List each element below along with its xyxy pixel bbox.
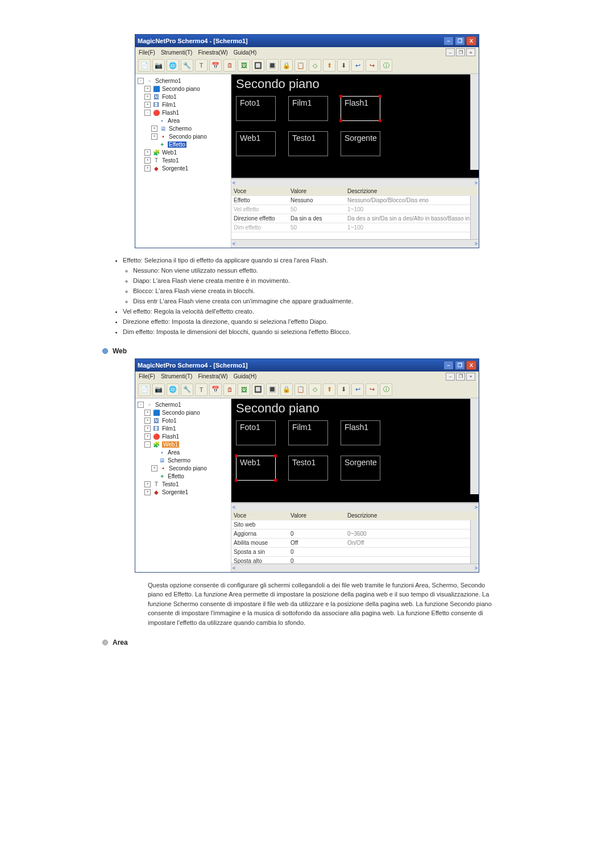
tree-item[interactable]: +•Secondo piano (138, 465, 229, 473)
doc-close-button[interactable]: × (466, 48, 475, 56)
scroll-left-icon[interactable]: < (233, 504, 235, 510)
canvas-thumb[interactable]: Film1 (288, 96, 328, 121)
menu-tools[interactable]: Strumenti(T) (161, 373, 193, 379)
tree-expand-icon[interactable]: + (144, 165, 151, 172)
tree-item[interactable]: +🎞Film1 (138, 101, 229, 108)
toolbar-button[interactable]: 📄 (138, 383, 151, 396)
toolbar-button[interactable]: 📅 (209, 383, 222, 396)
scroll-left-icon[interactable]: < (233, 241, 235, 247)
tree-item[interactable]: ▪Area (138, 449, 229, 457)
canvas[interactable]: Secondo piano Foto1Film1Flash1Web1Testo1… (231, 74, 479, 178)
toolbar-button[interactable]: T (195, 59, 208, 72)
tree-item[interactable]: ▪Area (138, 116, 229, 124)
toolbar-button[interactable]: 🗓 (223, 59, 236, 72)
doc-minimize-button[interactable]: – (446, 48, 455, 56)
doc-maximize-button[interactable]: ❐ (456, 48, 465, 56)
toolbar-button[interactable]: 🔒 (280, 59, 293, 72)
scroll-right-icon[interactable]: > (475, 565, 478, 571)
props-row[interactable]: Sposta a sin0 (231, 548, 479, 557)
toolbar-button[interactable]: ⬇ (337, 59, 350, 72)
canvas-thumb[interactable]: Foto1 (236, 96, 276, 121)
toolbar-button[interactable]: ⬆ (323, 383, 335, 396)
window-minimize-button[interactable]: – (443, 36, 454, 45)
toolbar-button[interactable]: ↩ (351, 383, 364, 396)
toolbar-button[interactable]: ⬇ (337, 383, 350, 396)
tree-item[interactable]: 🖥Schermo (138, 457, 229, 465)
canvas-thumb[interactable]: Flash1 (341, 96, 380, 121)
menu-tools[interactable]: Strumenti(T) (161, 49, 193, 56)
canvas-thumb[interactable]: Sorgente (341, 456, 380, 481)
tree-expand-icon[interactable]: - (138, 78, 144, 84)
props-row[interactable]: Aggiorna00~3600 (231, 529, 479, 539)
props-row[interactable]: Direzione effettoDa sin a desDa des a si… (231, 214, 479, 223)
doc-close-button[interactable]: × (466, 373, 475, 381)
toolbar-button[interactable]: ◇ (309, 383, 321, 396)
tree-item[interactable]: +🟦Secondo piano (138, 409, 229, 417)
scroll-right-icon[interactable]: > (475, 241, 478, 247)
tree-item[interactable]: +TTesto1 (138, 481, 229, 489)
toolbar-button[interactable]: 🔳 (266, 59, 279, 72)
tree-expand-icon[interactable]: - (138, 402, 144, 408)
tree-expand-icon[interactable]: + (144, 433, 151, 440)
canvas-thumb[interactable]: Sorgente (341, 131, 380, 156)
toolbar-button[interactable]: 📅 (209, 59, 222, 72)
toolbar-button[interactable]: 🌐 (167, 383, 179, 396)
menu-file[interactable]: File(F) (139, 49, 155, 56)
canvas-thumb[interactable]: Flash1 (341, 420, 380, 445)
window-close-button[interactable]: X (466, 361, 476, 370)
tree-expand-icon[interactable]: + (144, 157, 151, 164)
tree-item[interactable]: -🔴Flash1 (138, 108, 229, 116)
toolbar-button[interactable]: 🖼 (238, 59, 250, 72)
tree-expand-icon[interactable]: - (144, 110, 151, 116)
tree-expand-icon[interactable]: + (144, 481, 151, 487)
tree-item[interactable]: +🖥Schermo (138, 124, 229, 132)
props-row[interactable]: EffettoNessunoNessuno/Diapo/Blocco/Diss … (231, 196, 479, 205)
toolbar-button[interactable]: ⓘ (380, 383, 392, 396)
toolbar-button[interactable]: 🗓 (223, 383, 236, 396)
tree-expand-icon[interactable]: + (144, 418, 151, 424)
tree-item[interactable]: +🧩Web1 (138, 148, 229, 156)
doc-maximize-button[interactable]: ❐ (456, 373, 465, 381)
props-row[interactable]: Vel effetto501~100 (231, 205, 479, 214)
canvas-scrollbar-horizontal[interactable]: < > (231, 503, 479, 511)
toolbar-button[interactable]: 🔧 (181, 383, 193, 396)
props-row[interactable]: Sposta alto0 (231, 557, 479, 564)
toolbar-button[interactable]: 📷 (152, 59, 165, 72)
tree-item[interactable]: +•Secondo piano (138, 132, 229, 140)
toolbar-button[interactable]: ↪ (366, 383, 378, 396)
toolbar-button[interactable]: 🔲 (252, 59, 264, 72)
tree-expand-icon[interactable]: + (151, 126, 157, 132)
toolbar-button[interactable]: 📋 (294, 383, 307, 396)
scroll-left-icon[interactable]: < (233, 565, 235, 571)
doc-minimize-button[interactable]: – (446, 373, 455, 381)
tree-panel[interactable]: -▫Schermo1+🟦Secondo piano+🖼Foto1+🎞Film1+… (135, 399, 231, 572)
canvas-scrollbar-vertical[interactable] (470, 74, 479, 170)
toolbar-button[interactable]: 📄 (138, 59, 151, 72)
toolbar-button[interactable]: ↩ (351, 59, 364, 72)
props-scrollbar-vertical[interactable] (470, 196, 479, 239)
canvas-scrollbar-vertical[interactable] (470, 399, 479, 494)
tree-expand-icon[interactable]: + (144, 489, 151, 495)
tree-expand-icon[interactable]: + (151, 133, 157, 140)
toolbar-button[interactable]: T (195, 383, 208, 396)
canvas-thumb[interactable]: Testo1 (288, 131, 328, 156)
window-maximize-button[interactable]: ❐ (455, 361, 465, 370)
tree-item[interactable]: ✦Effetto (138, 473, 229, 481)
tree-item[interactable]: +🖼Foto1 (138, 93, 229, 101)
menu-window[interactable]: Finestra(W) (198, 49, 227, 56)
scroll-left-icon[interactable]: < (233, 180, 235, 186)
canvas[interactable]: Secondo piano Foto1Film1Flash1Web1Testo1… (231, 399, 479, 503)
tree-item[interactable]: -▫Schermo1 (138, 401, 229, 409)
tree-expand-icon[interactable]: + (144, 102, 151, 108)
window-close-button[interactable]: X (466, 36, 476, 45)
canvas-thumb[interactable]: Web1 (236, 131, 276, 156)
window-maximize-button[interactable]: ❐ (455, 36, 465, 45)
tree-panel[interactable]: -▫Schermo1+🟦Secondo piano+🖼Foto1+🎞Film1-… (135, 74, 231, 248)
tree-expand-icon[interactable]: - (144, 441, 151, 448)
toolbar-button[interactable]: ⓘ (380, 59, 392, 72)
tree-expand-icon[interactable]: + (144, 149, 151, 156)
canvas-thumb[interactable]: Web1 (236, 456, 276, 481)
tree-item[interactable]: +🎞Film1 (138, 425, 229, 433)
menu-file[interactable]: File(F) (139, 373, 155, 379)
scroll-right-icon[interactable]: > (475, 504, 478, 510)
